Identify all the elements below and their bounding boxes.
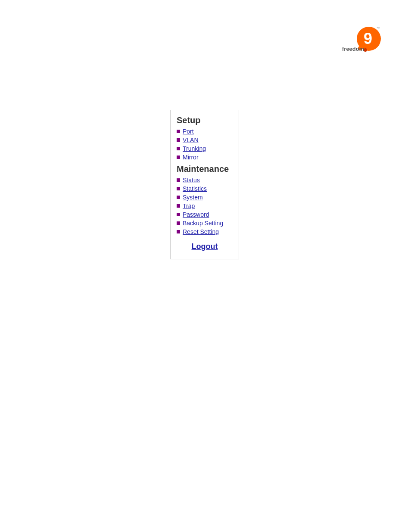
logo: 9 freedom ™ — [338, 26, 385, 56]
nav-link-port[interactable]: Port — [183, 128, 194, 135]
nav-link-status[interactable]: Status — [183, 177, 200, 184]
maintenance-heading: Maintenance — [177, 164, 233, 174]
nav-item-trap[interactable]: Trap — [177, 202, 233, 209]
nav-link-mirror[interactable]: Mirror — [183, 154, 199, 161]
logout-container[interactable]: Logout — [177, 242, 233, 251]
bullet-icon — [177, 178, 180, 182]
bullet-icon — [177, 130, 180, 133]
nav-item-statistics[interactable]: Statistics — [177, 185, 233, 192]
nav-item-backup-setting[interactable]: Backup Setting — [177, 220, 233, 227]
bullet-icon — [177, 230, 180, 233]
nav-link-vlan[interactable]: VLAN — [183, 137, 199, 143]
nav-link-trunking[interactable]: Trunking — [183, 145, 206, 152]
nav-item-system[interactable]: System — [177, 194, 233, 201]
nav-link-statistics[interactable]: Statistics — [183, 185, 207, 192]
svg-text:freedom: freedom — [342, 46, 364, 52]
setup-heading: Setup — [177, 115, 233, 125]
bullet-icon — [177, 196, 180, 199]
nav-link-backup-setting[interactable]: Backup Setting — [183, 220, 223, 227]
logout-link[interactable]: Logout — [192, 242, 218, 251]
svg-text:9: 9 — [364, 30, 372, 47]
nav-item-reset-setting[interactable]: Reset Setting — [177, 228, 233, 235]
nav-item-mirror[interactable]: Mirror — [177, 154, 233, 161]
bullet-icon — [177, 138, 180, 142]
nav-item-port[interactable]: Port — [177, 128, 233, 135]
bullet-icon — [177, 221, 180, 225]
bullet-icon — [177, 187, 180, 190]
bullet-icon — [177, 156, 180, 159]
nav-link-password[interactable]: Password — [183, 211, 209, 218]
nav-item-trunking[interactable]: Trunking — [177, 145, 233, 152]
nav-item-status[interactable]: Status — [177, 177, 233, 184]
nav-link-reset-setting[interactable]: Reset Setting — [183, 228, 219, 235]
nav-panel: Setup Port VLAN Trunking Mirror Maintena… — [170, 110, 239, 259]
nav-link-trap[interactable]: Trap — [183, 202, 195, 209]
nav-link-system[interactable]: System — [183, 194, 203, 201]
bullet-icon — [177, 213, 180, 216]
nav-item-vlan[interactable]: VLAN — [177, 137, 233, 143]
svg-text:™: ™ — [377, 27, 380, 30]
bullet-icon — [177, 204, 180, 208]
nav-item-password[interactable]: Password — [177, 211, 233, 218]
bullet-icon — [177, 147, 180, 150]
